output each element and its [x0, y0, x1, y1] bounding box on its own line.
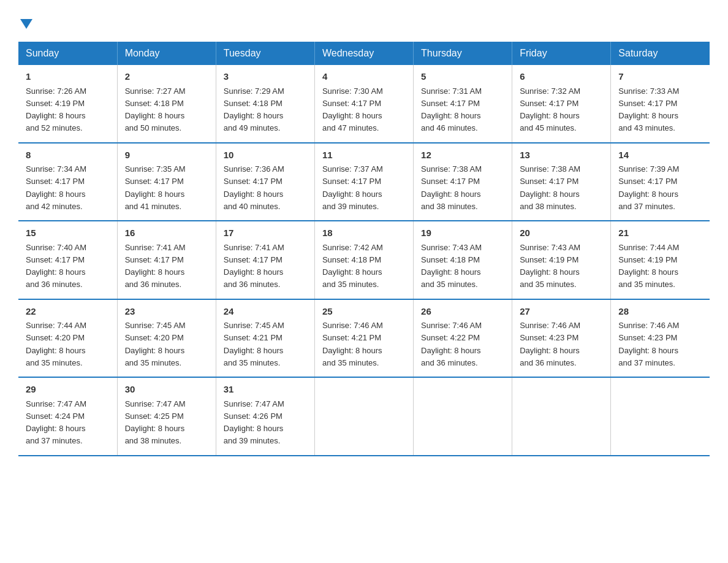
- day-info: Sunrise: 7:41 AMSunset: 4:17 PMDaylight:…: [224, 243, 284, 289]
- day-number: 20: [520, 226, 603, 240]
- day-info: Sunrise: 7:35 AMSunset: 4:17 PMDaylight:…: [125, 164, 186, 211]
- page-header: [18, 12, 710, 29]
- day-number: 13: [520, 148, 603, 163]
- calendar-week-3: 15 Sunrise: 7:40 AMSunset: 4:17 PMDaylig…: [18, 221, 710, 299]
- calendar-cell: 29 Sunrise: 7:47 AMSunset: 4:24 PMDaylig…: [18, 377, 117, 456]
- calendar-cell: 20 Sunrise: 7:43 AMSunset: 4:19 PMDaylig…: [512, 221, 611, 299]
- day-of-week-monday: Monday: [117, 42, 216, 65]
- day-info: Sunrise: 7:44 AMSunset: 4:19 PMDaylight:…: [618, 243, 679, 289]
- calendar-cell: 31 Sunrise: 7:47 AMSunset: 4:26 PMDaylig…: [216, 377, 314, 456]
- calendar-cell: 14 Sunrise: 7:39 AMSunset: 4:17 PMDaylig…: [611, 143, 710, 221]
- day-number: 26: [421, 305, 504, 319]
- calendar-cell: 26 Sunrise: 7:46 AMSunset: 4:22 PMDaylig…: [414, 299, 512, 378]
- calendar-cell: 13 Sunrise: 7:38 AMSunset: 4:17 PMDaylig…: [512, 143, 611, 221]
- calendar-cell: 4 Sunrise: 7:30 AMSunset: 4:17 PMDayligh…: [314, 65, 413, 143]
- day-info: Sunrise: 7:34 AMSunset: 4:17 PMDaylight:…: [26, 164, 86, 211]
- day-info: Sunrise: 7:44 AMSunset: 4:20 PMDaylight:…: [26, 321, 86, 367]
- calendar-cell: 21 Sunrise: 7:44 AMSunset: 4:19 PMDaylig…: [611, 221, 710, 299]
- calendar-cell: 28 Sunrise: 7:46 AMSunset: 4:23 PMDaylig…: [611, 299, 710, 378]
- calendar-cell: 2 Sunrise: 7:27 AMSunset: 4:18 PMDayligh…: [117, 65, 216, 143]
- calendar-body: 1 Sunrise: 7:26 AMSunset: 4:19 PMDayligh…: [18, 65, 710, 456]
- day-info: Sunrise: 7:47 AMSunset: 4:25 PMDaylight:…: [125, 399, 186, 446]
- calendar-cell: 8 Sunrise: 7:34 AMSunset: 4:17 PMDayligh…: [18, 143, 117, 221]
- day-of-week-tuesday: Tuesday: [216, 42, 314, 65]
- day-number: 16: [125, 226, 208, 240]
- day-number: 12: [421, 148, 504, 163]
- day-info: Sunrise: 7:38 AMSunset: 4:17 PMDaylight:…: [421, 164, 482, 211]
- day-info: Sunrise: 7:46 AMSunset: 4:22 PMDaylight:…: [421, 321, 482, 367]
- day-info: Sunrise: 7:46 AMSunset: 4:23 PMDaylight:…: [520, 321, 580, 367]
- day-of-week-thursday: Thursday: [414, 42, 512, 65]
- calendar-header: SundayMondayTuesdayWednesdayThursdayFrid…: [18, 42, 710, 65]
- day-info: Sunrise: 7:39 AMSunset: 4:17 PMDaylight:…: [618, 164, 679, 211]
- day-number: 9: [125, 148, 208, 163]
- calendar-cell: 30 Sunrise: 7:47 AMSunset: 4:25 PMDaylig…: [117, 377, 216, 456]
- calendar-cell: 12 Sunrise: 7:38 AMSunset: 4:17 PMDaylig…: [414, 143, 512, 221]
- day-number: 6: [520, 70, 603, 84]
- day-info: Sunrise: 7:42 AMSunset: 4:18 PMDaylight:…: [322, 243, 383, 289]
- day-info: Sunrise: 7:30 AMSunset: 4:17 PMDaylight:…: [322, 86, 383, 133]
- day-info: Sunrise: 7:33 AMSunset: 4:17 PMDaylight:…: [618, 86, 679, 133]
- calendar-week-4: 22 Sunrise: 7:44 AMSunset: 4:20 PMDaylig…: [18, 299, 710, 378]
- calendar-cell: 6 Sunrise: 7:32 AMSunset: 4:17 PMDayligh…: [512, 65, 611, 143]
- day-number: 10: [224, 148, 307, 163]
- logo: [18, 12, 32, 29]
- day-number: 27: [520, 305, 603, 319]
- day-number: 29: [26, 383, 110, 397]
- day-info: Sunrise: 7:38 AMSunset: 4:17 PMDaylight:…: [520, 164, 580, 211]
- day-number: 7: [618, 70, 702, 84]
- calendar-cell: [611, 377, 710, 456]
- day-info: Sunrise: 7:46 AMSunset: 4:23 PMDaylight:…: [618, 321, 679, 367]
- day-number: 23: [125, 305, 208, 319]
- calendar-cell: 5 Sunrise: 7:31 AMSunset: 4:17 PMDayligh…: [414, 65, 512, 143]
- calendar-cell: 25 Sunrise: 7:46 AMSunset: 4:21 PMDaylig…: [314, 299, 413, 378]
- day-number: 14: [618, 148, 702, 163]
- calendar-cell: 18 Sunrise: 7:42 AMSunset: 4:18 PMDaylig…: [314, 221, 413, 299]
- calendar-cell: 16 Sunrise: 7:41 AMSunset: 4:17 PMDaylig…: [117, 221, 216, 299]
- day-number: 30: [125, 383, 208, 397]
- day-info: Sunrise: 7:29 AMSunset: 4:18 PMDaylight:…: [224, 86, 284, 133]
- day-info: Sunrise: 7:31 AMSunset: 4:17 PMDaylight:…: [421, 86, 482, 133]
- day-of-week-friday: Friday: [512, 42, 611, 65]
- day-number: 4: [322, 70, 406, 84]
- calendar-cell: 27 Sunrise: 7:46 AMSunset: 4:23 PMDaylig…: [512, 299, 611, 378]
- day-number: 22: [26, 305, 110, 319]
- day-info: Sunrise: 7:43 AMSunset: 4:18 PMDaylight:…: [421, 243, 482, 289]
- logo-triangle-icon: [20, 19, 32, 29]
- calendar-cell: 19 Sunrise: 7:43 AMSunset: 4:18 PMDaylig…: [414, 221, 512, 299]
- day-number: 11: [322, 148, 406, 163]
- day-number: 8: [26, 148, 110, 163]
- calendar-cell: [314, 377, 413, 456]
- day-number: 5: [421, 70, 504, 84]
- day-number: 15: [26, 226, 110, 240]
- day-info: Sunrise: 7:26 AMSunset: 4:19 PMDaylight:…: [26, 86, 86, 133]
- calendar-cell: 3 Sunrise: 7:29 AMSunset: 4:18 PMDayligh…: [216, 65, 314, 143]
- day-number: 17: [224, 226, 307, 240]
- calendar-cell: 23 Sunrise: 7:45 AMSunset: 4:20 PMDaylig…: [117, 299, 216, 378]
- calendar-week-5: 29 Sunrise: 7:47 AMSunset: 4:24 PMDaylig…: [18, 377, 710, 456]
- day-info: Sunrise: 7:47 AMSunset: 4:26 PMDaylight:…: [224, 399, 284, 446]
- day-info: Sunrise: 7:27 AMSunset: 4:18 PMDaylight:…: [125, 86, 186, 133]
- day-number: 3: [224, 70, 307, 84]
- day-info: Sunrise: 7:41 AMSunset: 4:17 PMDaylight:…: [125, 243, 186, 289]
- day-info: Sunrise: 7:36 AMSunset: 4:17 PMDaylight:…: [224, 164, 284, 211]
- day-info: Sunrise: 7:47 AMSunset: 4:24 PMDaylight:…: [26, 399, 86, 446]
- day-of-week-sunday: Sunday: [18, 42, 117, 65]
- calendar-cell: 7 Sunrise: 7:33 AMSunset: 4:17 PMDayligh…: [611, 65, 710, 143]
- calendar-cell: 11 Sunrise: 7:37 AMSunset: 4:17 PMDaylig…: [314, 143, 413, 221]
- day-info: Sunrise: 7:45 AMSunset: 4:20 PMDaylight:…: [125, 321, 186, 367]
- day-number: 28: [618, 305, 702, 319]
- day-number: 19: [421, 226, 504, 240]
- day-of-week-saturday: Saturday: [611, 42, 710, 65]
- calendar-table: SundayMondayTuesdayWednesdayThursdayFrid…: [18, 42, 710, 456]
- calendar-cell: 9 Sunrise: 7:35 AMSunset: 4:17 PMDayligh…: [117, 143, 216, 221]
- day-number: 24: [224, 305, 307, 319]
- day-info: Sunrise: 7:37 AMSunset: 4:17 PMDaylight:…: [322, 164, 383, 211]
- day-of-week-wednesday: Wednesday: [314, 42, 413, 65]
- calendar-week-2: 8 Sunrise: 7:34 AMSunset: 4:17 PMDayligh…: [18, 143, 710, 221]
- day-number: 18: [322, 226, 406, 240]
- day-number: 25: [322, 305, 406, 319]
- calendar-cell: 1 Sunrise: 7:26 AMSunset: 4:19 PMDayligh…: [18, 65, 117, 143]
- calendar-cell: 15 Sunrise: 7:40 AMSunset: 4:17 PMDaylig…: [18, 221, 117, 299]
- day-info: Sunrise: 7:43 AMSunset: 4:19 PMDaylight:…: [520, 243, 580, 289]
